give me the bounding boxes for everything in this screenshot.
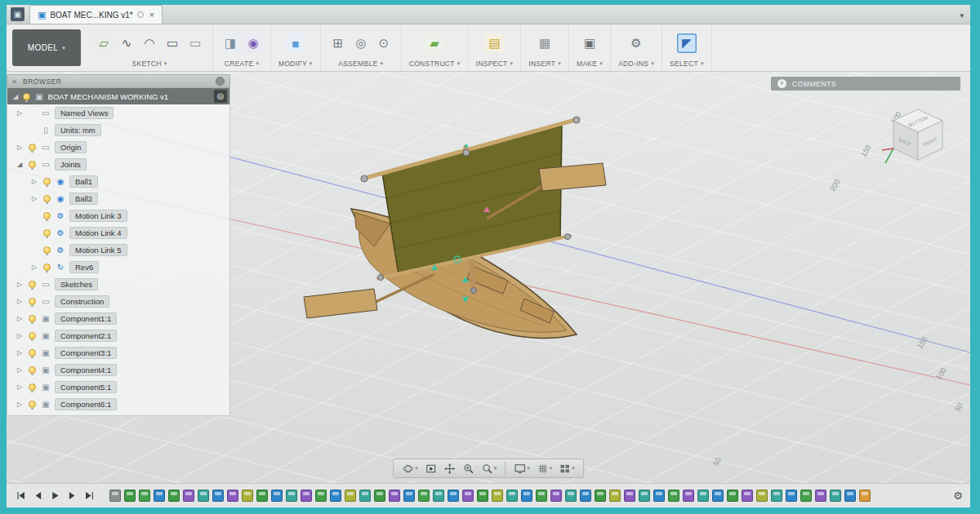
expand-arrow-icon[interactable]: ▷	[16, 315, 24, 322]
toolbar-group-label-insert[interactable]: INSERT▾	[528, 60, 561, 68]
timeline-feature-icon[interactable]	[256, 490, 268, 502]
browser-item-label[interactable]: Component2:1	[55, 330, 117, 342]
timeline-feature-icon[interactable]	[521, 490, 532, 502]
toolbar-group-label-construct[interactable]: CONSTRUCT▾	[409, 60, 461, 68]
toolbar-group-label-add-ins[interactable]: ADD-INS▾	[618, 60, 654, 68]
capture-position-icon[interactable]: ⊙	[374, 33, 394, 53]
expand-arrow-icon[interactable]: ▷	[16, 401, 24, 408]
timeline-feature-icon[interactable]	[859, 490, 871, 502]
activate-component-icon[interactable]: ◎	[214, 90, 227, 103]
browser-item-motion-link-5[interactable]: ⚙Motion Link 5	[7, 241, 229, 259]
timeline-feature-icon[interactable]	[639, 490, 650, 502]
visibility-bulb-icon[interactable]	[27, 161, 37, 168]
timeline-feature-icon[interactable]	[653, 490, 665, 502]
timeline-feature-icon[interactable]	[418, 490, 430, 502]
browser-item-units-mm[interactable]: ▯Units: mm	[7, 122, 229, 139]
browser-item-component1-1[interactable]: ▷▣Component1:1	[7, 310, 229, 327]
display-settings-button[interactable]: ▾	[511, 461, 532, 476]
app-logo-icon[interactable]: ▣	[11, 7, 24, 21]
expand-arrow-icon[interactable]: ▷	[30, 178, 38, 185]
expand-arrow-icon[interactable]: ▷	[16, 144, 24, 151]
create-sketch-icon[interactable]: ▱	[94, 33, 114, 53]
browser-item-component4-1[interactable]: ▷▣Component4:1	[7, 361, 229, 379]
visibility-bulb-icon[interactable]	[42, 246, 51, 254]
timeline-feature-icon[interactable]	[124, 490, 136, 502]
browser-item-label[interactable]: Rev6	[69, 261, 99, 273]
browser-options-icon[interactable]	[216, 77, 225, 86]
timeline-feature-icon[interactable]	[844, 490, 856, 502]
browser-item-ball2[interactable]: ▷◉Ball2	[7, 190, 229, 207]
scripts-and-add-ins-icon[interactable]: ⚙	[626, 33, 646, 53]
browser-item-motion-link-4[interactable]: ⚙Motion Link 4	[7, 224, 229, 241]
visibility-bulb-icon[interactable]	[42, 195, 51, 202]
timeline-feature-icon[interactable]	[403, 490, 415, 502]
document-tab[interactable]: ▣ BOAT MEC...KING v1* ×	[29, 5, 163, 24]
timeline-feature-icon[interactable]	[830, 490, 841, 502]
visibility-bulb-icon[interactable]	[42, 264, 51, 271]
timeline-feature-icon[interactable]	[345, 490, 356, 502]
tab-overflow-chevron-icon[interactable]: ▾	[960, 11, 964, 20]
pan-button[interactable]	[441, 461, 458, 476]
timeline-feature-icon[interactable]	[183, 490, 194, 502]
browser-item-motion-link-3[interactable]: ⚙Motion Link 3	[7, 207, 229, 224]
grid-and-snaps-button[interactable]: ▾	[534, 461, 555, 476]
create-form-icon[interactable]: ◉	[243, 33, 263, 53]
joint-icon[interactable]: ◎	[351, 33, 371, 53]
visibility-bulb-icon[interactable]	[27, 315, 37, 322]
timeline-feature-icon[interactable]	[433, 490, 444, 502]
tab-close-button[interactable]: ×	[148, 10, 154, 20]
browser-item-label[interactable]: Component6:1	[55, 398, 117, 410]
expand-arrow-icon[interactable]: ▷	[16, 109, 24, 117]
timeline-feature-icon[interactable]	[286, 490, 297, 502]
timeline-feature-icon[interactable]	[712, 490, 724, 502]
timeline-feature-icon[interactable]	[786, 490, 797, 502]
expand-arrow-icon[interactable]: ▷	[16, 298, 24, 305]
timeline-feature-icon[interactable]	[462, 490, 474, 502]
browser-item-component3-1[interactable]: ▷▣Component3:1	[7, 344, 229, 361]
timeline-feature-icon[interactable]	[727, 490, 738, 502]
browser-item-label[interactable]: Component5:1	[55, 381, 117, 393]
visibility-bulb-icon[interactable]	[27, 332, 37, 339]
timeline-feature-icon[interactable]	[154, 490, 165, 502]
browser-item-label[interactable]: Sketches	[55, 278, 98, 290]
expand-arrow-icon[interactable]: ▷	[16, 349, 24, 357]
collapse-arrow-icon[interactable]: ◢	[13, 93, 18, 100]
timeline-feature-icon[interactable]	[359, 490, 371, 502]
viewports-button[interactable]: ▾	[556, 461, 577, 476]
timeline-feature-icon[interactable]	[595, 490, 606, 502]
skip-to-end-button[interactable]	[82, 489, 96, 503]
timeline-feature-icon[interactable]	[742, 490, 753, 502]
browser-item-label[interactable]: Motion Link 3	[69, 210, 127, 222]
visibility-bulb-icon[interactable]	[27, 349, 37, 357]
expand-arrow-icon[interactable]: ▷	[16, 366, 24, 374]
browser-root-row[interactable]: ◢ ▣ BOAT MECHANISM WORKING v1 ◎	[7, 88, 229, 104]
expand-arrow-icon[interactable]: ▷	[16, 383, 24, 391]
browser-item-joints[interactable]: ◢▭Joints	[7, 156, 229, 173]
sketch-slot-icon[interactable]: ▭	[185, 33, 205, 53]
browser-item-sketches[interactable]: ▷▭Sketches	[7, 276, 229, 293]
browser-item-label[interactable]: Component4:1	[55, 364, 117, 376]
visibility-bulb-icon[interactable]	[42, 178, 51, 185]
collapse-panel-icon[interactable]: «	[12, 77, 17, 86]
boat-model[interactable]	[304, 117, 606, 339]
expand-arrow-icon[interactable]: ▷	[30, 264, 38, 271]
press-pull-icon[interactable]: ■	[286, 33, 305, 53]
timeline-feature-icon[interactable]	[271, 490, 283, 502]
timeline-feature-icon[interactable]	[301, 490, 312, 502]
timeline-feature-icon[interactable]	[212, 490, 224, 502]
browser-item-label[interactable]: Component1:1	[55, 312, 117, 325]
toolbar-group-label-create[interactable]: CREATE▾	[225, 60, 259, 68]
visibility-bulb-icon[interactable]	[42, 229, 51, 237]
timeline-feature-icon[interactable]	[492, 490, 503, 502]
browser-item-origin[interactable]: ▷▭Origin	[7, 139, 229, 156]
step-back-button[interactable]	[31, 489, 45, 503]
timeline-feature-icon[interactable]	[771, 490, 782, 502]
workspace-switcher[interactable]: MODEL ▾	[12, 29, 81, 66]
timeline-feature-icon[interactable]	[668, 490, 679, 502]
timeline-feature-icon[interactable]	[550, 490, 562, 502]
timeline-feature-icon[interactable]	[756, 490, 768, 502]
browser-item-label[interactable]: Joints	[55, 158, 87, 171]
timeline-feature-icon[interactable]	[800, 490, 812, 502]
timeline-feature-icon[interactable]	[448, 490, 459, 502]
toolbar-group-label-sketch[interactable]: SKETCH▾	[131, 60, 167, 68]
